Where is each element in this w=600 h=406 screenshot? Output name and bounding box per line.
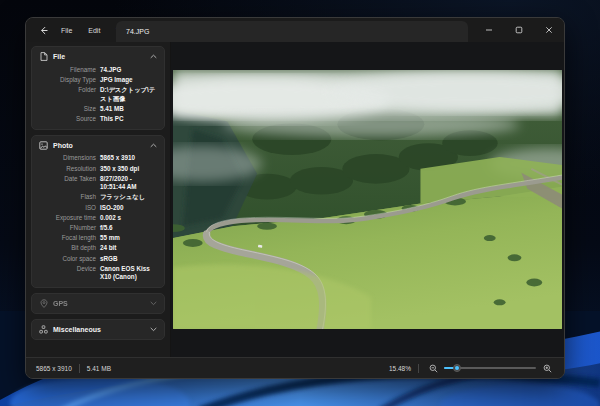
section-title: Miscellaneous xyxy=(53,326,149,333)
section-gps-header[interactable]: GPS xyxy=(32,296,164,311)
section-file: File Filename74.JPG Display TypeJPG Imag… xyxy=(31,46,165,130)
metadata-value: ISO-200 xyxy=(100,204,157,213)
tab-74jpg[interactable]: 74.JPG xyxy=(116,21,468,42)
metadata-value: 5865 x 3910 xyxy=(100,154,157,163)
zoom-out-button[interactable] xyxy=(426,361,440,375)
minimize-button[interactable] xyxy=(474,18,504,42)
minimize-icon xyxy=(485,26,493,34)
main-content: File Filename74.JPG Display TypeJPG Imag… xyxy=(26,42,564,357)
metadata-value: JPG Image xyxy=(100,76,157,85)
metadata-row: Date Taken8/27/2020 - 10:51:44 AM xyxy=(39,174,157,193)
metadata-value: 5.41 MB xyxy=(100,105,157,114)
metadata-row: SourceThis PC xyxy=(39,114,157,124)
metadata-label: Exposure time xyxy=(39,214,96,223)
metadata-row: Filename74.JPG xyxy=(39,65,157,75)
metadata-value: sRGB xyxy=(100,255,157,264)
section-title: Photo xyxy=(53,142,149,149)
metadata-label: Folder xyxy=(39,86,96,103)
status-dimensions: 5865 x 3910 xyxy=(36,365,72,372)
section-title: GPS xyxy=(53,300,149,307)
metadata-row: FolderD:\デスクトップ\テスト画像 xyxy=(39,85,157,104)
close-button[interactable] xyxy=(534,18,564,42)
metadata-label: Size xyxy=(39,105,96,114)
section-file-rows: Filename74.JPG Display TypeJPG Image Fol… xyxy=(32,64,164,125)
zoom-percentage: 15.48% xyxy=(389,365,411,372)
maximize-button[interactable] xyxy=(504,18,534,42)
menu-file[interactable]: File xyxy=(54,23,79,38)
metadata-label: Source xyxy=(39,115,96,124)
metadata-value: 55 mm xyxy=(100,234,157,243)
chevron-down-icon[interactable] xyxy=(149,325,157,333)
maximize-icon xyxy=(515,26,523,34)
metadata-row: Resolution350 x 350 dpi xyxy=(39,164,157,174)
section-miscellaneous: Miscellaneous xyxy=(31,319,165,340)
section-file-header[interactable]: File xyxy=(32,49,164,64)
categories-icon xyxy=(39,325,48,334)
back-button[interactable] xyxy=(34,21,52,39)
section-photo-rows: Dimensions5865 x 3910 Resolution350 x 35… xyxy=(32,153,164,283)
chevron-up-icon[interactable] xyxy=(149,141,157,149)
metadata-label: Bit depth xyxy=(39,244,96,253)
menu-edit[interactable]: Edit xyxy=(81,23,107,38)
statusbar-divider xyxy=(418,364,419,373)
location-pin-icon xyxy=(39,299,48,308)
metadata-panel: File Filename74.JPG Display TypeJPG Imag… xyxy=(26,42,171,357)
metadata-value: 8/27/2020 - 10:51:44 AM xyxy=(100,175,157,192)
metadata-value: f/5.6 xyxy=(100,224,157,233)
zoom-slider-thumb[interactable] xyxy=(453,364,461,372)
chevron-up-icon[interactable] xyxy=(149,53,157,61)
metadata-row: Flashフラッシュなし xyxy=(39,193,157,203)
close-icon xyxy=(545,26,553,34)
metadata-row: Display TypeJPG Image xyxy=(39,75,157,85)
zoom-controls: 15.48% xyxy=(389,361,554,375)
metadata-value: 350 x 350 dpi xyxy=(100,165,157,174)
metadata-row: Dimensions5865 x 3910 xyxy=(39,154,157,164)
metadata-row: Size5.41 MB xyxy=(39,104,157,114)
metadata-row: Exposure time0.002 s xyxy=(39,213,157,223)
document-icon xyxy=(39,52,48,61)
arrow-left-icon xyxy=(39,26,48,35)
chevron-down-icon[interactable] xyxy=(149,299,157,307)
metadata-label: Dimensions xyxy=(39,154,96,163)
metadata-label: Focal length xyxy=(39,234,96,243)
metadata-row: FNumberf/5.6 xyxy=(39,223,157,233)
section-miscellaneous-header[interactable]: Miscellaneous xyxy=(32,322,164,337)
photo-canvas[interactable] xyxy=(171,42,564,357)
metadata-label: Display Type xyxy=(39,76,96,85)
status-filesize: 5.41 MB xyxy=(87,365,111,372)
metadata-label: FNumber xyxy=(39,224,96,233)
section-gps: GPS xyxy=(31,293,165,314)
photo-image[interactable] xyxy=(173,70,562,329)
metadata-value: フラッシュなし xyxy=(100,193,157,202)
photos-app-window: File Edit View 74.JPG xyxy=(25,17,565,379)
zoom-slider[interactable] xyxy=(444,361,536,375)
metadata-label: Color space xyxy=(39,255,96,264)
statusbar-divider xyxy=(79,364,80,373)
titlebar: File Edit View 74.JPG xyxy=(26,18,564,42)
metadata-label: Flash xyxy=(39,193,96,202)
section-photo: Photo Dimensions5865 x 3910 Resolution35… xyxy=(31,135,165,288)
metadata-row: Color spacesRGB xyxy=(39,254,157,264)
metadata-row: Bit depth24 bit xyxy=(39,244,157,254)
metadata-value: This PC xyxy=(100,115,157,124)
section-photo-header[interactable]: Photo xyxy=(32,138,164,153)
metadata-value: Canon EOS Kiss X10 (Canon) xyxy=(100,265,157,282)
window-controls xyxy=(474,18,564,42)
metadata-label: Resolution xyxy=(39,165,96,174)
metadata-value: D:\デスクトップ\テスト画像 xyxy=(100,86,157,103)
metadata-row: DeviceCanon EOS Kiss X10 (Canon) xyxy=(39,264,157,283)
photo-icon xyxy=(39,141,48,150)
zoom-in-icon xyxy=(543,364,552,373)
metadata-label: Device xyxy=(39,265,96,282)
metadata-value: 0.002 s xyxy=(100,214,157,223)
metadata-row: Focal length55 mm xyxy=(39,233,157,243)
metadata-label: Date Taken xyxy=(39,175,96,192)
metadata-row: ISOISO-200 xyxy=(39,203,157,213)
metadata-value: 24 bit xyxy=(100,244,157,253)
statusbar: 5865 x 3910 5.41 MB 15.48% xyxy=(26,357,564,378)
zoom-out-icon xyxy=(429,364,438,373)
metadata-label: ISO xyxy=(39,204,96,213)
section-title: File xyxy=(53,53,149,60)
zoom-in-button[interactable] xyxy=(540,361,554,375)
tab-title: 74.JPG xyxy=(126,28,149,35)
